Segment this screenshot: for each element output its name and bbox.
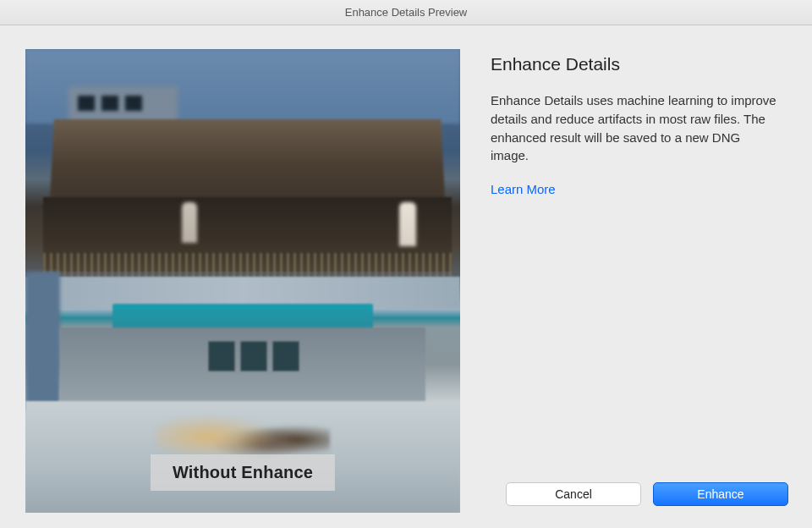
window-titlebar: Enhance Details Preview: [0, 0, 812, 25]
side-panel: Enhance Details Enhance Details uses mac…: [491, 49, 788, 509]
preview-scene-figure: [182, 202, 197, 243]
preview-overlay-label: Without Enhance: [173, 463, 313, 481]
window-title: Enhance Details Preview: [345, 6, 468, 19]
dialog-content: Without Enhance Enhance Details Enhance …: [0, 25, 812, 528]
preview-overlay-badge: Without Enhance: [151, 454, 335, 491]
preview-scene-leftwall: [25, 272, 60, 410]
enhance-button[interactable]: Enhance: [653, 482, 788, 506]
preview-image[interactable]: [25, 49, 460, 513]
cancel-button[interactable]: Cancel: [506, 482, 641, 506]
preview-scene-bg-windows: [78, 96, 165, 114]
learn-more-link[interactable]: Learn More: [491, 182, 788, 196]
preview-scene-figure: [399, 202, 416, 246]
panel-description: Enhance Details uses machine learning to…: [491, 91, 778, 165]
preview-scene-windows: [208, 341, 299, 371]
button-row: Cancel Enhance: [491, 482, 788, 509]
preview-container: Without Enhance: [25, 49, 460, 513]
panel-title: Enhance Details: [491, 54, 788, 74]
